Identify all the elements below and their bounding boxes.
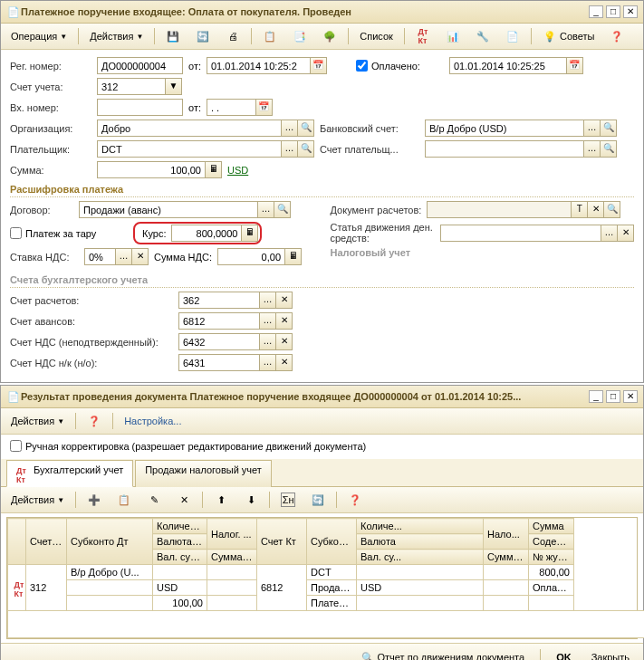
th-cur-dt[interactable]: Валюта Дт [153, 534, 207, 550]
vat-sum-input[interactable] [217, 248, 285, 265]
refresh-grid-icon[interactable]: 🔄 [304, 490, 332, 510]
in-date-input[interactable] [207, 99, 256, 116]
paid-date-input[interactable] [449, 57, 567, 74]
org-open-icon[interactable]: 🔍 [298, 120, 314, 137]
th-acc-dt[interactable]: Счет Дт [26, 519, 67, 565]
vat-rate-input[interactable] [84, 248, 116, 265]
in-no-input[interactable] [97, 99, 183, 116]
basis-icon[interactable]: 📋 [256, 26, 284, 46]
acc-settle-clear-icon[interactable]: ✕ [276, 292, 293, 309]
acc-settle-input[interactable] [178, 292, 260, 309]
up-icon[interactable]: ⬆ [207, 490, 235, 510]
contract-input[interactable] [79, 201, 258, 218]
expense-item-clear-icon[interactable]: ✕ [618, 225, 634, 242]
acc-vat-nk-select-icon[interactable]: … [260, 354, 276, 371]
th-cur-sum-k[interactable]: Вал. су... [357, 550, 484, 565]
sum-icon[interactable]: Σн [274, 490, 302, 510]
payer-acc-input[interactable] [425, 140, 584, 158]
rate-input[interactable] [171, 225, 242, 242]
paid-date-picker-icon[interactable]: 📅 [567, 57, 583, 74]
acc-vat-nk-clear-icon[interactable]: ✕ [276, 354, 293, 371]
reg-no-input[interactable] [97, 57, 183, 74]
th-acc-kt[interactable]: Счет Кт [257, 519, 307, 565]
th-qty[interactable]: Количест... [153, 519, 207, 534]
actions-menu[interactable]: Действия▼ [83, 28, 149, 44]
payment-doc-t-icon[interactable]: T [572, 201, 588, 218]
contract-select-icon[interactable]: … [258, 201, 274, 218]
sum-calc-icon[interactable]: 🖩 [206, 161, 222, 178]
tab-tax[interactable]: Продажи налоговый учет [135, 460, 272, 487]
th-sum-nu-kt[interactable]: Сумма (н/у) Кт [484, 550, 529, 565]
dtkt-icon[interactable]: ДтКт [409, 26, 437, 46]
settings-link[interactable]: Настройка... [118, 413, 187, 429]
table-row[interactable]: ДтКт 312 В/р Добро (U... 6812 DCT 800,00 [8, 565, 645, 580]
org-select-icon[interactable]: … [282, 120, 298, 137]
report-button[interactable]: 🔍Отчет по движениям документа [354, 647, 532, 660]
refresh-icon[interactable]: 🔄 [189, 26, 216, 46]
payer-acc-open-icon[interactable]: 🔍 [601, 140, 617, 158]
advice-button[interactable]: 💡Советы [536, 26, 601, 46]
minimize-button[interactable]: _ [589, 5, 603, 18]
contract-open-icon[interactable]: 🔍 [274, 201, 291, 218]
account-input[interactable] [97, 78, 166, 95]
expense-item-input[interactable] [440, 225, 601, 242]
print-icon[interactable]: 🖨 [219, 26, 246, 46]
th-cur-sum[interactable]: Вал. сум... [153, 550, 207, 565]
payer-acc-select-icon[interactable]: … [584, 140, 601, 158]
maximize-button[interactable]: □ [606, 5, 620, 18]
copy-icon[interactable]: 📑 [286, 26, 313, 46]
sum-input[interactable] [97, 161, 206, 178]
rate-calc-icon[interactable]: 🖩 [242, 225, 258, 242]
acc-vat-unconf-clear-icon[interactable]: ✕ [276, 333, 293, 350]
close-button[interactable]: ✕ [623, 5, 638, 18]
bank-acc-input[interactable] [425, 120, 584, 137]
th-sum[interactable]: Сумма [529, 519, 574, 534]
acc-vat-unconf-input[interactable] [178, 333, 260, 350]
help-icon2[interactable]: ❓ [81, 411, 108, 431]
maximize-button[interactable]: □ [606, 390, 620, 403]
table-row[interactable]: 100,00 Платежное поручение в... [8, 596, 645, 611]
tree-icon[interactable]: 🔧 [469, 26, 496, 46]
report-icon[interactable]: 📊 [439, 26, 466, 46]
payer-open-icon[interactable]: 🔍 [298, 140, 314, 158]
structure-icon[interactable]: 🌳 [316, 26, 343, 46]
list-button[interactable]: Список [353, 28, 399, 44]
th-sub-kt[interactable]: Субконто Кт [307, 519, 357, 565]
account-dropdown-icon[interactable]: ▼ [166, 78, 182, 95]
acc-vat-unconf-select-icon[interactable]: … [260, 333, 276, 350]
add-icon[interactable]: ➕ [81, 490, 108, 510]
acc-advance-select-icon[interactable]: … [260, 312, 276, 330]
close-footer-button[interactable]: Закрыть [585, 649, 636, 660]
table-row[interactable]: USD Продажи (аванс) USD Оплата (аванс) [8, 580, 645, 596]
bank-acc-select-icon[interactable]: … [584, 120, 601, 137]
th-sub-dt[interactable]: Субконто Дт [67, 519, 153, 565]
actions-menu2[interactable]: Действия▼ [5, 413, 71, 429]
pay-tare-checkbox[interactable]: Платеж за тару [10, 227, 128, 239]
th-qty-k[interactable]: Количе... [357, 519, 484, 534]
currency-link[interactable]: USD [227, 165, 248, 176]
org-input[interactable] [97, 120, 282, 137]
in-date-picker-icon[interactable]: 📅 [256, 99, 273, 116]
vat-rate-clear-icon[interactable]: ✕ [132, 248, 149, 265]
acc-advance-clear-icon[interactable]: ✕ [276, 312, 293, 330]
th-content[interactable]: Содержание [529, 534, 574, 550]
bank-acc-open-icon[interactable]: 🔍 [601, 120, 617, 137]
operation-menu[interactable]: Операция▼ [5, 28, 73, 44]
th-tax-k[interactable]: Нало... [484, 519, 529, 550]
down-icon[interactable]: ⬇ [237, 490, 264, 510]
manual-edit-checkbox[interactable]: Ручная корректировка (разрешает редактир… [10, 440, 366, 452]
date-input[interactable] [207, 57, 311, 74]
help-grid-icon[interactable]: ❓ [341, 490, 369, 510]
vat-sum-calc-icon[interactable]: 🖩 [285, 248, 302, 265]
delete-icon[interactable]: ✕ [170, 490, 197, 510]
acc-advance-input[interactable] [178, 312, 260, 330]
paid-checkbox[interactable]: Оплачено: [356, 60, 420, 72]
payer-input[interactable] [97, 140, 282, 158]
tab-accounting[interactable]: Дт Кт Бухгалтерский учет [6, 460, 133, 487]
doc-icon2[interactable]: 📄 [499, 26, 526, 46]
th-sum-nu-dt[interactable]: Сумма (н/у) Дт [207, 550, 257, 565]
payer-select-icon[interactable]: … [282, 140, 298, 158]
save-post-icon[interactable]: 💾 [159, 26, 187, 46]
vat-rate-select-icon[interactable]: … [116, 248, 132, 265]
expense-item-select-icon[interactable]: … [601, 225, 618, 242]
